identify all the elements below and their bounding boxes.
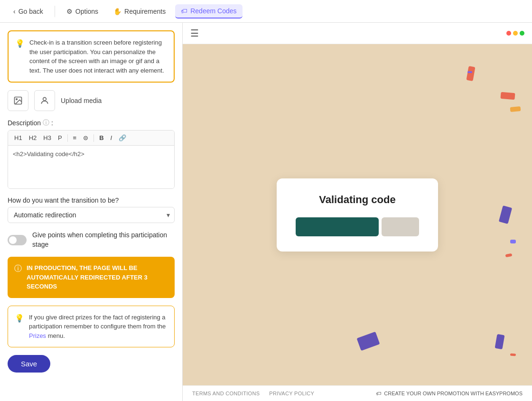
minimize-dot	[513, 31, 518, 36]
redeem-codes-label: Redeem Codes	[190, 7, 236, 15]
redeem-icon: 🏷	[181, 7, 187, 15]
arrow-left-icon: ‹	[13, 8, 16, 15]
go-back-button[interactable]: ‹ Go back	[8, 5, 49, 18]
note-box: 💡 If you give direct prizes for the fact…	[8, 306, 175, 348]
brand-text: CREATE YOUR OWN PROMOTION WITH EASYPROMO…	[384, 391, 523, 396]
info-box: 💡 Check-in is a transition screen before…	[8, 30, 175, 83]
rich-text-editor[interactable]: H1 H2 H3 P ≡ ⊜ B I 🔗 <h2>Validating code…	[8, 130, 175, 189]
transition-select-container: Automatic redirection Manual redirection	[8, 207, 175, 223]
confetti-piece	[499, 205, 512, 224]
toolbar-h1[interactable]: H1	[12, 133, 25, 142]
requirements-icon: ✋	[113, 8, 121, 15]
hamburger-icon[interactable]: ☰	[190, 28, 199, 39]
note-icon: 💡	[15, 314, 24, 341]
confetti-piece	[356, 332, 380, 351]
confetti-piece	[505, 253, 513, 257]
gear-icon: ⚙	[66, 8, 73, 15]
options-label: Options	[75, 8, 98, 15]
description-section: Description ⓘ : H1 H2 H3 P ≡ ⊜ B I 🔗	[8, 119, 175, 189]
redeem-codes-button[interactable]: 🏷 Redeem Codes	[175, 4, 242, 19]
editor-toolbar: H1 H2 H3 P ≡ ⊜ B I 🔗	[8, 131, 174, 146]
brand-icon: 🏷	[376, 391, 381, 396]
close-dot	[506, 31, 511, 36]
toolbar-h2[interactable]: H2	[27, 133, 39, 142]
brand-label: 🏷 CREATE YOUR OWN PROMOTION WITH EASYPRO…	[376, 391, 523, 396]
warning-banner: ⓘ IN PRODUCTION, THE PAGE WILL BE AUTOMA…	[8, 257, 175, 298]
toolbar-separator-1	[67, 134, 68, 142]
top-navigation: ‹ Go back ⚙ Options ✋ Requirements 🏷 Red…	[0, 0, 532, 23]
lightbulb-icon: 💡	[15, 39, 25, 75]
transition-select[interactable]: Automatic redirection Manual redirection	[8, 207, 175, 223]
requirements-label: Requirements	[124, 8, 166, 15]
toolbar-bold[interactable]: B	[97, 133, 106, 142]
upload-media-section: Upload media	[8, 90, 175, 111]
toolbar-unordered-list[interactable]: ≡	[71, 133, 79, 142]
toolbar-p[interactable]: P	[56, 133, 65, 142]
help-icon[interactable]: ⓘ	[43, 119, 49, 127]
svg-point-2	[43, 97, 47, 101]
validation-title: Validating code	[296, 194, 419, 206]
main-layout: 💡 Check-in is a transition screen before…	[0, 23, 532, 401]
privacy-link[interactable]: PRIVACY POLICY	[269, 391, 314, 396]
upload-image-button[interactable]	[8, 90, 28, 111]
window-controls	[506, 31, 524, 36]
right-preview-panel: ☰ Validating code TERMS AND CONDITIONS P…	[183, 23, 532, 401]
toggle-row: Give points when completing this partici…	[8, 231, 175, 249]
transition-section: How do you want the transition to be? Au…	[8, 196, 175, 223]
toolbar-separator-2	[93, 134, 94, 142]
confetti-piece	[495, 334, 505, 349]
left-panel: 💡 Check-in is a transition screen before…	[0, 23, 183, 401]
options-button[interactable]: ⚙ Options	[61, 5, 104, 18]
editor-content[interactable]: <h2>Validating code</h2>	[8, 146, 174, 188]
note-text: If you give direct prizes for the fact o…	[29, 313, 168, 341]
description-label: Description ⓘ :	[8, 119, 175, 127]
toggle-label: Give points when completing this partici…	[32, 231, 175, 249]
terms-link[interactable]: TERMS AND CONDITIONS	[192, 391, 260, 396]
confetti-piece	[510, 106, 521, 112]
requirements-button[interactable]: ✋ Requirements	[108, 5, 171, 18]
progress-filled	[296, 217, 379, 236]
go-back-label: Go back	[19, 8, 43, 15]
prizes-link[interactable]: Prizes	[29, 332, 46, 339]
editor-text[interactable]: <h2>Validating code</h2>	[13, 150, 84, 158]
toolbar-ordered-list[interactable]: ⊜	[81, 133, 91, 142]
svg-point-1	[16, 99, 18, 100]
toolbar-h3[interactable]: H3	[41, 133, 54, 142]
transition-label: How do you want the transition to be?	[8, 196, 175, 204]
toolbar-italic[interactable]: I	[108, 133, 115, 142]
warning-text: IN PRODUCTION, THE PAGE WILL BE AUTOMATI…	[27, 263, 168, 291]
upload-avatar-button[interactable]	[34, 90, 55, 111]
confetti-piece	[510, 353, 516, 356]
progress-empty	[382, 217, 419, 236]
warning-icon: ⓘ	[14, 264, 22, 274]
maximize-dot	[520, 31, 524, 36]
confetti-piece	[500, 92, 515, 100]
upload-media-label: Upload media	[61, 97, 102, 104]
confetti-piece	[510, 240, 516, 243]
preview-footer: TERMS AND CONDITIONS PRIVACY POLICY 🏷 CR…	[183, 385, 532, 401]
points-toggle[interactable]	[8, 235, 27, 245]
upload-media-button[interactable]: Upload media	[61, 97, 102, 104]
confetti-piece	[467, 66, 476, 81]
info-message: Check-in is a transition screen before r…	[29, 38, 167, 75]
save-button[interactable]: Save	[8, 355, 50, 373]
validation-card: Validating code	[277, 178, 438, 252]
nav-divider	[55, 6, 55, 17]
toolbar-link[interactable]: 🔗	[116, 133, 129, 142]
progress-bar	[296, 217, 419, 236]
preview-header: ☰	[183, 23, 532, 44]
confetti-piece	[467, 71, 472, 73]
preview-body: Validating code	[183, 44, 532, 385]
